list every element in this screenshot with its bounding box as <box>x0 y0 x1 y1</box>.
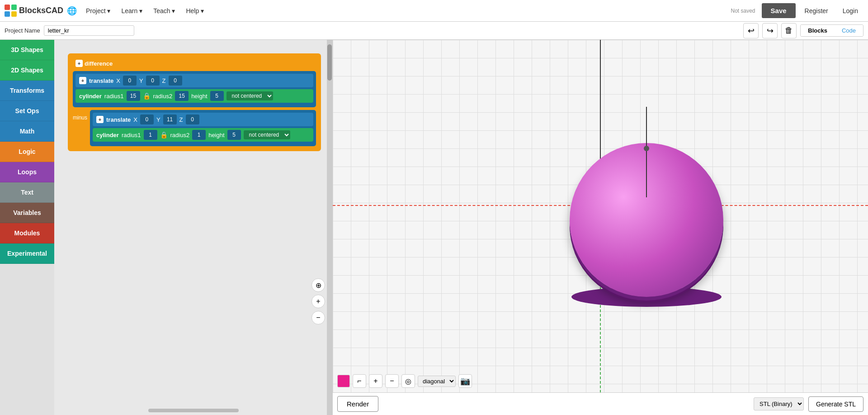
cylinder1-r2-input[interactable] <box>175 91 189 101</box>
stl-format-select[interactable]: STL (Binary) STL (ASCII) <box>754 397 804 410</box>
translate2-y-label: Y <box>156 116 160 123</box>
login-button[interactable]: Login <box>837 5 863 17</box>
recenter-button[interactable]: ⊕ <box>311 278 325 292</box>
difference-block: + difference + translate X Y Z <box>68 53 321 151</box>
v-scrollbar-thumb[interactable] <box>327 44 332 81</box>
cylinder2-label: cylinder <box>96 132 119 138</box>
difference-header: + difference <box>73 58 316 68</box>
h-scrollbar[interactable] <box>148 409 239 412</box>
3d-shape-container <box>570 143 723 297</box>
translate2-x-input[interactable] <box>140 114 154 124</box>
cylinder-block-2: cylinder radius1 🔒 radius2 height not ce… <box>93 128 313 142</box>
sidebar-item-logic[interactable]: Logic <box>0 142 54 162</box>
sidebar: 3D Shapes 2D Shapes Transforms Set Ops M… <box>0 40 54 415</box>
cylinder2-r2-input[interactable] <box>192 130 206 140</box>
globe-icon[interactable]: 🌐 <box>67 6 77 16</box>
cylinder2-h-label: height <box>208 132 224 138</box>
difference-expand-btn[interactable]: + <box>75 60 83 67</box>
viewer-toolbar: ⌐ + − ◎ diagonal top front side 📷 <box>337 374 472 388</box>
translate2-y-input[interactable] <box>163 114 177 124</box>
cylinder-bottom-face <box>571 287 722 307</box>
nav-teach[interactable]: Teach ▾ <box>148 5 180 17</box>
zoom-out-view-button[interactable]: − <box>385 374 399 388</box>
sidebar-item-set-ops[interactable]: Set Ops <box>0 101 54 121</box>
v-scrollbar[interactable] <box>327 40 332 415</box>
cylinder-block-1: cylinder radius1 🔒 radius2 height not ce… <box>75 89 313 103</box>
sidebar-item-transforms[interactable]: Transforms <box>0 81 54 101</box>
3d-viewer[interactable]: ⌐ + − ◎ diagonal top front side 📷 Smooth… <box>332 40 868 415</box>
cylinder-3d-shape <box>570 143 723 297</box>
cylinder1-r1-input[interactable] <box>127 91 140 101</box>
cylinder2-r1-input[interactable] <box>144 130 157 140</box>
project-name-input[interactable] <box>44 25 134 36</box>
cylinder2-r1-label: radius1 <box>122 132 141 138</box>
logo-sq-red <box>5 5 10 10</box>
sidebar-item-modules[interactable]: Modules <box>0 223 54 243</box>
translate1-x-input[interactable] <box>123 76 137 86</box>
cylinder1-h-input[interactable] <box>210 91 224 101</box>
undo-button[interactable]: ↩ <box>743 23 759 38</box>
sidebar-item-3d-shapes[interactable]: 3D Shapes <box>0 40 54 60</box>
register-button[interactable]: Register <box>799 5 834 17</box>
zoom-out-button[interactable]: − <box>311 311 325 324</box>
blocks-view-button[interactable]: Blocks <box>801 25 835 36</box>
translate1-z-input[interactable] <box>169 76 182 86</box>
translate-group-2: + translate X Y Z cylinder radi <box>90 110 316 146</box>
cylinder2-h-input[interactable] <box>227 130 241 140</box>
axis-through-shape <box>646 107 647 197</box>
cylinder2-centered-dropdown[interactable]: not centered centered <box>244 130 290 139</box>
nav-menu: Project ▾ Learn ▾ Teach ▾ Help ▾ <box>80 5 209 17</box>
canvas-controls: ⊕ + − <box>311 278 325 324</box>
sidebar-item-text[interactable]: Text <box>0 182 54 203</box>
render-button[interactable]: Render <box>337 396 378 412</box>
cylinder2-lock-icon[interactable]: 🔒 <box>160 131 168 138</box>
nav-help[interactable]: Help ▾ <box>180 5 209 17</box>
top-nav: BlocksCAD 🌐 Project ▾ Learn ▾ Teach ▾ He… <box>0 0 868 22</box>
block-canvas[interactable]: + difference + translate X Y Z <box>54 40 332 415</box>
translate1-x-label: X <box>116 77 120 84</box>
cylinder1-lock-icon[interactable]: 🔒 <box>143 92 151 100</box>
sidebar-item-loops[interactable]: Loops <box>0 162 54 182</box>
cylinder-top-point <box>644 146 649 151</box>
logo: BlocksCAD <box>5 5 63 17</box>
delete-button[interactable]: 🗑 <box>781 23 797 38</box>
translate2-z-input[interactable] <box>186 114 199 124</box>
logo-text: BlocksCAD <box>19 6 63 15</box>
translate1-expand-btn[interactable]: + <box>79 77 86 84</box>
sidebar-item-experimental[interactable]: Experimental <box>0 243 54 264</box>
logo-sq-blue <box>5 11 10 17</box>
cylinder1-h-label: height <box>191 93 207 100</box>
generate-stl-button[interactable]: Generate STL <box>808 396 863 412</box>
redo-button[interactable]: ↪ <box>762 23 778 38</box>
not-saved-label: Not saved <box>731 8 755 14</box>
translate1-y-input[interactable] <box>146 76 160 86</box>
zoom-in-button[interactable]: + <box>311 295 325 308</box>
view-toggle: Blocks Code <box>800 24 863 37</box>
logo-sq-yellow <box>11 11 17 17</box>
minus-section: minus + translate X Y Z <box>73 110 316 146</box>
code-view-button[interactable]: Code <box>835 25 863 36</box>
sidebar-item-math[interactable]: Math <box>0 121 54 142</box>
block-area: + difference + translate X Y Z <box>68 53 321 151</box>
translate2-z-label: Z <box>179 116 183 123</box>
camera-button[interactable]: 📷 <box>458 374 472 388</box>
cylinder2-r2-label: radius2 <box>170 132 190 138</box>
cylinder1-label: cylinder <box>79 93 102 100</box>
sidebar-item-variables[interactable]: Variables <box>0 203 54 223</box>
save-button[interactable]: Save <box>762 3 796 18</box>
ruler-button[interactable]: ⌐ <box>353 374 366 388</box>
view-angle-select[interactable]: diagonal top front side <box>418 376 456 387</box>
bottom-bar: Render STL (Binary) STL (ASCII) Generate… <box>333 392 868 415</box>
translate1-y-label: Y <box>139 77 143 84</box>
sidebar-item-2d-shapes[interactable]: 2D Shapes <box>0 60 54 81</box>
cylinder1-r1-label: radius1 <box>104 93 124 100</box>
translate2-expand-btn[interactable]: + <box>96 116 104 123</box>
project-bar: Project Name ↩ ↪ 🗑 Blocks Code <box>0 22 868 40</box>
cylinder1-centered-dropdown[interactable]: not centered centered <box>226 91 273 100</box>
color-swatch[interactable] <box>337 375 350 387</box>
logo-sq-green <box>11 5 17 10</box>
nav-project[interactable]: Project ▾ <box>80 5 116 17</box>
orbit-button[interactable]: ◎ <box>401 374 415 388</box>
zoom-in-view-button[interactable]: + <box>369 374 382 388</box>
nav-learn[interactable]: Learn ▾ <box>116 5 148 17</box>
